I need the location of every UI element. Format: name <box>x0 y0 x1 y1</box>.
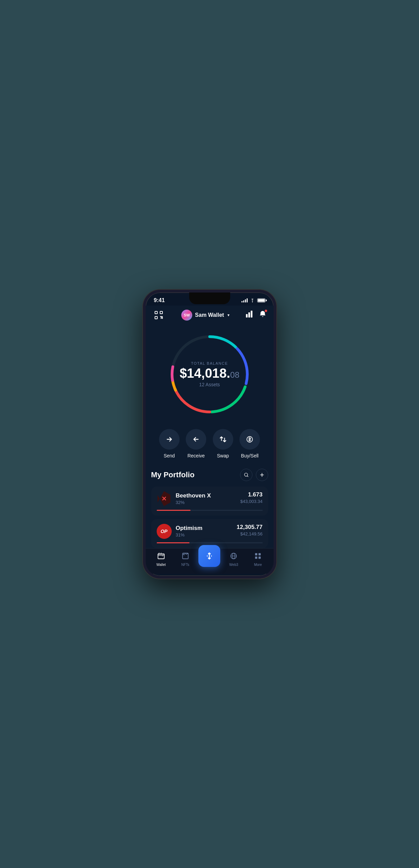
nav-item-web3[interactable]: Web3 <box>222 552 246 567</box>
balance-whole: $14,018. <box>180 367 230 380</box>
beethoven-x-name: Beethoven X <box>176 492 211 499</box>
portfolio-item-left: ✕ Beethoven X 32% <box>157 491 211 506</box>
beethoven-x-amount: 1.673 <box>240 491 262 498</box>
header-actions <box>246 310 266 320</box>
status-icons <box>241 298 265 302</box>
main-screen: SW Sam Wallet ▾ <box>146 306 274 574</box>
nfts-nav-label: NFTs <box>181 563 189 567</box>
nav-item-wallet[interactable]: Wallet <box>149 552 173 567</box>
balance-display: $14,018.08 <box>180 367 239 380</box>
portfolio-section-title: My Portfolio <box>151 470 195 479</box>
optimism-icon: OP <box>157 524 172 539</box>
scan-icon[interactable] <box>153 309 165 321</box>
portfolio-item[interactable]: ✕ Beethoven X 32% 1.673 $43,003.34 <box>151 487 268 516</box>
beethoven-x-icon: ✕ <box>157 491 172 506</box>
svg-rect-2 <box>160 311 162 314</box>
portfolio-item-row: ✕ Beethoven X 32% 1.673 $43,003.34 <box>157 491 263 506</box>
swap-icon <box>213 429 233 450</box>
portfolio-header-actions <box>240 469 268 481</box>
nav-item-more[interactable]: More <box>246 552 270 567</box>
center-action-button[interactable] <box>198 545 220 567</box>
svg-point-22 <box>184 554 185 555</box>
svg-rect-1 <box>155 311 157 314</box>
receive-label: Receive <box>187 453 205 458</box>
buysell-button[interactable]: Buy/Sell <box>239 429 260 458</box>
notification-dot <box>264 309 267 312</box>
nav-item-center[interactable] <box>197 552 222 567</box>
buysell-label: Buy/Sell <box>241 453 259 458</box>
svg-point-0 <box>252 302 253 302</box>
web3-nav-icon <box>230 552 237 561</box>
optimism-pct: 31% <box>176 532 202 537</box>
svg-rect-29 <box>255 556 257 558</box>
portfolio-section-header: My Portfolio <box>151 469 268 481</box>
wallet-avatar: SW <box>181 310 192 321</box>
beethoven-x-pct: 32% <box>176 500 211 505</box>
assets-count: 12 Assets <box>199 382 220 387</box>
optimism-amount: 12,305.77 <box>237 524 263 531</box>
wifi-icon <box>250 298 255 302</box>
optimism-info: Optimism 31% <box>176 525 202 537</box>
portfolio-circle-container: TOTAL BALANCE $14,018.08 12 Assets <box>146 326 274 426</box>
circle-center-content: TOTAL BALANCE $14,018.08 12 Assets <box>180 361 239 387</box>
optimism-name: Optimism <box>176 525 202 532</box>
swap-button[interactable]: Swap <box>213 429 233 458</box>
balance-cents: 08 <box>230 370 239 380</box>
optimism-usd: $42,149.56 <box>237 531 263 536</box>
chart-icon[interactable] <box>246 311 254 319</box>
optimism-values: 12,305.77 $42,149.56 <box>237 524 263 536</box>
total-balance-label: TOTAL BALANCE <box>191 361 228 365</box>
svg-rect-27 <box>255 553 257 555</box>
svg-rect-28 <box>259 553 261 555</box>
notch <box>189 293 230 304</box>
svg-rect-30 <box>259 556 261 558</box>
action-buttons: Send Receive Swap <box>146 426 274 469</box>
portfolio-search-button[interactable] <box>240 469 252 481</box>
wallet-nav-label: Wallet <box>156 563 166 567</box>
more-nav-icon <box>254 552 262 561</box>
wallet-nav-icon <box>157 552 165 561</box>
portfolio-item[interactable]: OP Optimism 31% 12,305.77 $42,149.56 <box>151 519 268 548</box>
more-nav-label: More <box>254 563 262 567</box>
svg-point-23 <box>207 555 208 556</box>
nav-item-nfts[interactable]: NFTs <box>173 552 197 567</box>
portfolio-item-right: 1.673 $43,003.34 <box>240 491 262 504</box>
optimism-progress-bar <box>157 542 263 543</box>
svg-rect-10 <box>251 311 252 318</box>
svg-rect-9 <box>248 312 250 318</box>
svg-rect-20 <box>158 554 164 559</box>
send-icon <box>159 429 180 450</box>
receive-icon <box>186 429 206 450</box>
wallet-selector[interactable]: SW Sam Wallet ▾ <box>181 310 230 321</box>
chevron-down-icon: ▾ <box>227 313 230 318</box>
signal-bars-icon <box>241 298 248 302</box>
bottom-navigation: Wallet NFTs <box>146 548 274 574</box>
svg-rect-8 <box>246 314 248 318</box>
beethoven-x-progress-bar <box>157 510 263 511</box>
wallet-name-label: Sam Wallet <box>195 312 224 318</box>
beethoven-x-usd: $43,003.34 <box>240 499 262 504</box>
beethoven-x-info: Beethoven X 32% <box>176 492 211 505</box>
svg-point-24 <box>211 555 212 556</box>
buysell-icon <box>239 429 260 450</box>
beethoven-x-progress-fill <box>157 510 191 511</box>
battery-icon <box>257 298 265 302</box>
web3-nav-label: Web3 <box>229 563 238 567</box>
status-time: 9:41 <box>154 297 165 303</box>
receive-button[interactable]: Receive <box>186 429 206 458</box>
svg-rect-3 <box>155 316 157 319</box>
portfolio-item-row: OP Optimism 31% 12,305.77 $42,149.56 <box>157 524 263 539</box>
send-button[interactable]: Send <box>159 429 180 458</box>
swap-label: Swap <box>217 453 229 458</box>
notifications-bell-icon[interactable] <box>259 310 266 320</box>
nfts-nav-icon <box>182 552 189 561</box>
portfolio-item-left: OP Optimism 31% <box>157 524 202 539</box>
send-label: Send <box>163 453 175 458</box>
optimism-progress-fill <box>157 542 189 543</box>
header: SW Sam Wallet ▾ <box>146 306 274 326</box>
portfolio-add-button[interactable] <box>256 469 268 481</box>
phone-frame: 9:41 <box>143 290 276 579</box>
